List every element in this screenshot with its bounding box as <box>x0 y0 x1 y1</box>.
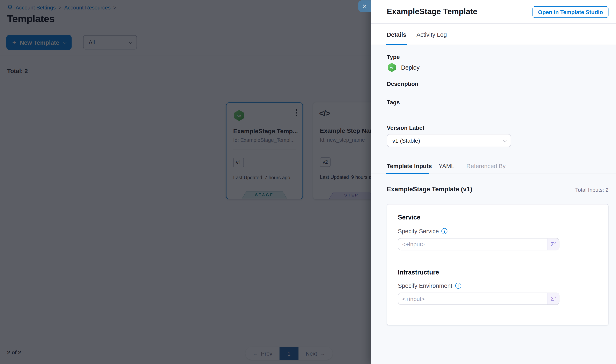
specify-service-input[interactable] <box>398 238 548 250</box>
drawer-header: ExampleStage Template Open in Template S… <box>371 0 616 24</box>
info-icon[interactable]: i <box>455 283 461 289</box>
drawer-tab-bar: Details Activity Log <box>371 24 616 45</box>
tab-referenced-by[interactable]: Referenced By <box>466 163 506 169</box>
active-tab-underline <box>386 173 429 174</box>
tags-value: - <box>387 109 389 116</box>
tags-label: Tags <box>387 99 400 105</box>
tab-yaml[interactable]: YAML <box>439 163 454 169</box>
inputs-tab-bar: Template Inputs YAML Referenced By <box>371 160 616 174</box>
infrastructure-section-title: Infrastructure <box>398 269 439 276</box>
version-select-value: v1 (Stable) <box>392 137 420 144</box>
type-value-row: ∞ Deploy <box>387 62 420 72</box>
runtime-input-type-button[interactable]: Σx <box>548 293 559 304</box>
specify-service-label: Specify Service i <box>398 228 448 234</box>
template-details-drawer: ✕ ExampleStage Template Open in Template… <box>371 0 616 364</box>
deploy-hexagon-icon: ∞ <box>387 62 397 72</box>
version-label: Version Label <box>387 125 424 131</box>
info-icon[interactable]: i <box>441 228 448 234</box>
active-tab-underline <box>386 44 407 45</box>
type-label: Type <box>387 54 400 60</box>
inputs-heading: ExampleStage Template (v1) <box>387 186 472 193</box>
service-section-title: Service <box>398 214 421 221</box>
app-root: ⚙ Account Settings > Account Resources >… <box>0 0 616 364</box>
close-icon: ✕ <box>362 3 367 9</box>
runtime-input-type-button[interactable]: Σx <box>548 238 559 250</box>
chevron-down-icon <box>503 138 506 142</box>
total-inputs-label: Total Inputs: 2 <box>575 187 609 193</box>
drawer-title: ExampleStage Template <box>387 7 477 16</box>
specify-environment-label: Specify Environment i <box>398 282 461 289</box>
tab-template-inputs[interactable]: Template Inputs <box>387 163 432 169</box>
version-select[interactable]: v1 (Stable) <box>387 134 511 147</box>
description-label: Description <box>387 81 418 87</box>
type-value: Deploy <box>401 64 420 71</box>
close-drawer-button[interactable]: ✕ <box>358 0 371 12</box>
tab-details[interactable]: Details <box>387 31 406 38</box>
specify-service-input-group: Σx <box>398 238 560 250</box>
svg-text:∞: ∞ <box>390 65 393 70</box>
specify-environment-input-group: Σx <box>398 293 560 305</box>
specify-environment-input[interactable] <box>398 293 548 304</box>
tab-activity-log[interactable]: Activity Log <box>416 31 447 38</box>
sigma-icon: Σx <box>551 295 556 302</box>
sigma-icon: Σx <box>551 241 556 248</box>
template-inputs-card: Service Specify Service i Σx Infrastruct… <box>387 204 609 325</box>
open-template-studio-button[interactable]: Open in Template Studio <box>533 6 609 18</box>
